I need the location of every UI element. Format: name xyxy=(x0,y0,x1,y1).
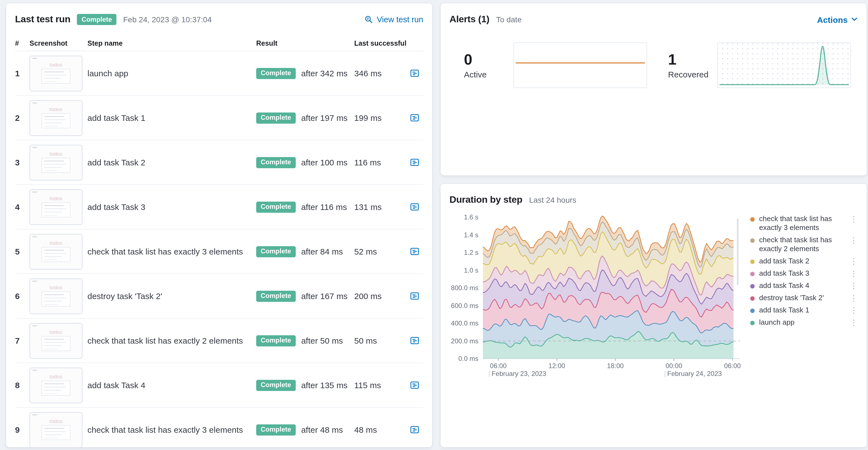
result-badge: Complete xyxy=(256,112,296,123)
chevron-down-icon xyxy=(851,17,858,22)
step-detail-button[interactable] xyxy=(409,423,421,435)
thumbnail-label: todos xyxy=(50,62,62,67)
alerts-header: Alerts (1) To date Actions xyxy=(450,12,858,27)
duration-legend: check that task list has exactly 3 eleme… xyxy=(750,213,858,380)
result-after: after 167 ms xyxy=(301,291,347,301)
legend-label: check that task list has exactly 2 eleme… xyxy=(759,235,843,253)
legend-options-icon[interactable]: ⋮ xyxy=(846,269,858,278)
legend-item[interactable]: add task Task 2 ⋮ xyxy=(750,255,858,267)
legend-options-icon[interactable]: ⋮ xyxy=(846,215,858,223)
thumbnail-label: todos xyxy=(50,374,62,379)
table-row: 8 todos add task Task 4 Complete after 1… xyxy=(15,363,423,408)
svg-text:0.0 ms: 0.0 ms xyxy=(458,355,478,362)
step-trace-icon xyxy=(410,202,420,211)
thumbnail-label: todos xyxy=(50,240,62,246)
result-after: after 50 ms xyxy=(301,336,343,345)
legend-dot xyxy=(750,259,755,264)
screenshot-thumb-image: todos xyxy=(30,100,82,135)
step-screenshot-thumbnail[interactable]: todos xyxy=(30,367,83,403)
svg-text:12:00: 12:00 xyxy=(549,362,565,369)
step-screenshot-thumbnail[interactable]: todos xyxy=(30,144,83,180)
step-screenshot-thumbnail[interactable]: todos xyxy=(30,323,83,358)
step-trace-icon xyxy=(410,335,420,345)
svg-text:06:00: 06:00 xyxy=(724,362,741,369)
step-detail-button[interactable] xyxy=(409,334,421,346)
step-number: 2 xyxy=(15,113,30,123)
step-name: check that task list has exactly 3 eleme… xyxy=(88,246,256,257)
thumbnail-label: todos xyxy=(50,151,62,157)
legend-item[interactable]: add task Task 4 ⋮ xyxy=(750,280,858,292)
steps-table-header: # Screenshot Step name Result Last succe… xyxy=(15,36,423,51)
legend-options-icon[interactable]: ⋮ xyxy=(846,235,858,245)
table-row: 1 todos launch app Complete after 342 ms xyxy=(15,51,423,96)
active-alerts-stat: 0 Active xyxy=(464,51,500,79)
svg-text:800.0 ms: 800.0 ms xyxy=(451,284,478,292)
legend-label: add task Task 2 xyxy=(759,257,809,266)
svg-text:18:00: 18:00 xyxy=(607,362,624,369)
svg-text:600.0 ms: 600.0 ms xyxy=(451,302,478,309)
step-detail-button[interactable] xyxy=(409,67,421,79)
legend-item[interactable]: check that task list has exactly 3 eleme… xyxy=(750,213,858,234)
step-detail-button[interactable] xyxy=(409,156,421,168)
result-badge: Complete xyxy=(256,290,296,301)
legend-item[interactable]: add task Task 1 ⋮ xyxy=(750,304,858,316)
thumbnail-label: todos xyxy=(50,418,62,424)
step-name: add task Task 4 xyxy=(88,379,256,391)
svg-text:1.4 s: 1.4 s xyxy=(464,231,478,239)
step-screenshot-thumbnail[interactable]: todos xyxy=(30,278,83,314)
legend-options-icon[interactable]: ⋮ xyxy=(846,281,858,290)
table-row: 2 todos add task Task 1 Complete after 1… xyxy=(15,96,423,140)
last-run-timestamp: Feb 24, 2023 @ 10:37:04 xyxy=(123,15,212,24)
alerts-body: 0 Active 1 Recovered xyxy=(450,42,858,88)
step-number: 6 xyxy=(15,291,30,301)
table-row: 3 todos add task Task 2 Complete after 1… xyxy=(15,140,423,185)
step-trace-icon xyxy=(410,291,420,300)
legend-options-icon[interactable]: ⋮ xyxy=(846,306,858,315)
step-screenshot-thumbnail[interactable]: todos xyxy=(30,189,83,225)
alerts-title: Alerts (1) xyxy=(450,14,489,25)
step-screenshot-thumbnail[interactable]: todos xyxy=(30,56,83,91)
legend-options-icon[interactable]: ⋮ xyxy=(846,293,858,302)
recovered-alerts-stat: 1 Recovered xyxy=(668,51,704,79)
svg-text:1.0 s: 1.0 s xyxy=(464,266,478,274)
screenshot-thumb-image: todos xyxy=(30,56,82,91)
legend-item[interactable]: add task Task 3 ⋮ xyxy=(750,267,858,280)
step-detail-button[interactable] xyxy=(409,290,421,301)
step-detail-button[interactable] xyxy=(409,112,421,123)
table-row: 4 todos add task Task 3 Complete after 1… xyxy=(15,185,423,229)
status-badge: Complete xyxy=(77,14,116,25)
legend-options-icon[interactable]: ⋮ xyxy=(846,318,858,327)
legend-options-icon[interactable]: ⋮ xyxy=(846,257,858,266)
legend-item[interactable]: launch app ⋮ xyxy=(750,316,858,329)
legend-item[interactable]: destroy task 'Task 2' ⋮ xyxy=(750,292,858,304)
step-name: check that task list has exactly 3 eleme… xyxy=(88,424,256,436)
step-detail-button[interactable] xyxy=(409,379,421,391)
alerts-panel: Alerts (1) To date Actions 0 Active xyxy=(440,3,867,175)
active-alerts-label: Active xyxy=(464,70,500,79)
alerts-actions-button[interactable]: Actions xyxy=(817,15,858,24)
synthetics-dashboard: Last test run Complete Feb 24, 2023 @ 10… xyxy=(0,0,868,450)
step-screenshot-thumbnail[interactable]: todos xyxy=(30,412,83,447)
view-test-run-link[interactable]: View test run xyxy=(365,15,423,24)
legend-item[interactable]: check that task list has exactly 2 eleme… xyxy=(750,234,858,255)
step-screenshot-thumbnail[interactable]: todos xyxy=(30,100,83,136)
recovered-alerts-sparkline xyxy=(717,42,851,88)
screenshot-thumb-image: todos xyxy=(30,368,82,403)
result-after: after 100 ms xyxy=(301,158,347,167)
step-detail-button[interactable] xyxy=(409,245,421,257)
step-name: add task Task 3 xyxy=(88,201,256,213)
svg-text:400.0 ms: 400.0 ms xyxy=(451,319,478,327)
legend-label: launch app xyxy=(759,318,795,327)
panel-title: Last test run xyxy=(15,14,70,25)
step-detail-button[interactable] xyxy=(409,201,421,213)
table-row: 6 todos destroy task 'Task 2' Complete a… xyxy=(15,274,423,319)
duration-subtitle: Last 24 hours xyxy=(529,195,577,204)
step-screenshot-thumbnail[interactable]: todos xyxy=(30,234,83,269)
last-successful-value: 48 ms xyxy=(354,425,409,435)
last-successful-value: 199 ms xyxy=(354,113,409,123)
last-successful-value: 346 ms xyxy=(354,68,409,78)
result-badge: Complete xyxy=(256,335,296,346)
last-test-run-header: Last test run Complete Feb 24, 2023 @ 10… xyxy=(15,12,423,27)
legend-label: add task Task 1 xyxy=(759,306,809,315)
last-successful-value: 200 ms xyxy=(354,291,409,301)
